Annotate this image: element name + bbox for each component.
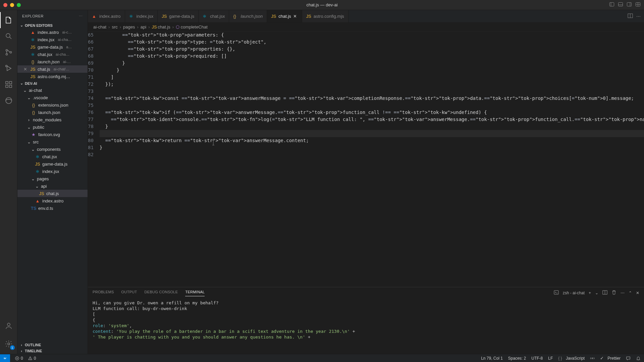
tree-item[interactable]: ⌄api [17, 182, 88, 190]
status-live-icon[interactable] [590, 356, 595, 361]
tree-item[interactable]: ⌄components [17, 145, 88, 153]
status-feedback-icon[interactable] [626, 356, 631, 361]
code-editor[interactable]: 656667686970717273747576777879808182 =="… [88, 32, 644, 287]
account-icon[interactable] [0, 318, 17, 334]
source-control-icon[interactable] [0, 44, 17, 60]
svg-point-32 [592, 358, 593, 359]
search-icon[interactable] [0, 28, 17, 44]
tree-item[interactable]: JSgame-data.js [17, 160, 88, 168]
editor-tab[interactable]: ⚛chat.jsx [199, 10, 229, 22]
breadcrumb-item[interactable]: ⬡ completeChat [176, 24, 208, 29]
svg-rect-4 [627, 3, 632, 6]
tab-terminal[interactable]: TERMINAL [185, 290, 205, 296]
tree-item[interactable]: ⌄public [17, 123, 88, 131]
tab-problems[interactable]: PROBLEMS [93, 290, 114, 296]
layout-grid-icon[interactable] [635, 2, 641, 8]
tree-item[interactable]: ⌄src [17, 138, 88, 145]
tab-debug-console[interactable]: DEBUG CONSOLE [145, 290, 178, 296]
terminal-shell-icon[interactable] [554, 290, 559, 296]
svg-rect-2 [619, 3, 623, 6]
minimize-window-button[interactable] [10, 3, 14, 7]
status-warnings[interactable]: 0 [28, 356, 36, 361]
remote-button[interactable] [0, 354, 10, 362]
breadcrumb-item[interactable]: JS chat.js [152, 24, 170, 29]
svg-rect-24 [554, 291, 558, 294]
terminal-shell-label[interactable]: zsh - ai-chat [563, 291, 585, 295]
svg-point-9 [6, 34, 10, 38]
svg-point-13 [10, 52, 11, 53]
editor-tab[interactable]: ▲index.astro [88, 10, 125, 22]
layout-left-icon[interactable] [609, 2, 614, 8]
status-bell-icon[interactable] [636, 356, 641, 361]
sidebar-more-icon[interactable]: ⋯ [79, 14, 83, 18]
svg-point-20 [7, 323, 10, 326]
tree-item[interactable]: {}extensions.json [17, 101, 88, 109]
open-editor-item[interactable]: ✕JSchat.jsai-chat/… [17, 65, 88, 73]
panel-more-icon[interactable]: ⋯ [621, 291, 625, 295]
open-editors-header[interactable]: ⌄ OPEN EDITORS [17, 22, 88, 28]
status-cursor[interactable]: Ln 79, Col 1 [481, 356, 503, 361]
open-editor-item[interactable]: ▲index.astroai-c… [17, 28, 88, 36]
svg-point-21 [8, 343, 10, 345]
breadcrumb-item[interactable]: pages [123, 24, 135, 29]
split-editor-icon[interactable] [628, 13, 633, 19]
breadcrumb-item[interactable]: ai-chat [93, 24, 106, 29]
tree-item[interactable]: ⚛chat.jsx [17, 153, 88, 160]
settings-icon[interactable]: 1 [0, 336, 17, 352]
svg-point-12 [6, 54, 7, 55]
maximize-window-button[interactable] [17, 3, 21, 7]
status-errors[interactable]: 0 [15, 356, 23, 361]
kill-terminal-icon[interactable] [611, 290, 616, 296]
tree-item[interactable]: ›node_modules [17, 116, 88, 123]
tree-item[interactable]: JSchat.js [17, 190, 88, 197]
bottom-panel: PROBLEMS OUTPUT DEBUG CONSOLE TERMINAL z… [88, 287, 644, 354]
open-editor-item[interactable]: ⚛index.jsxai-cha… [17, 36, 88, 43]
tree-item[interactable]: {}launch.json [17, 109, 88, 116]
breadcrumb-item[interactable]: src [112, 24, 117, 29]
settings-badge: 1 [10, 345, 15, 350]
status-eol[interactable]: LF [548, 356, 553, 361]
maximize-panel-icon[interactable]: ⌃ [629, 291, 632, 295]
terminal-output[interactable]: Hi, can you give Dr. owen a refill on my… [88, 299, 644, 354]
tree-item[interactable]: ★favicon.svg [17, 131, 88, 138]
status-prettier[interactable]: ✓ Prettier [600, 356, 621, 361]
editor-tab[interactable]: {}launch.json [229, 10, 267, 22]
open-editor-item[interactable]: ⚛chat.jsxai-cha… [17, 51, 88, 58]
open-editor-item[interactable]: {}launch.jsonai-… [17, 58, 88, 65]
editor-tab[interactable]: JSchat.js✕ [267, 10, 302, 22]
tree-item[interactable]: ▲index.astro [17, 197, 88, 204]
edge-icon[interactable] [0, 93, 17, 109]
tree-item[interactable]: ⌄ai-chat [17, 86, 88, 94]
status-encoding[interactable]: UTF-8 [531, 356, 543, 361]
terminal-dropdown-icon[interactable]: ⌄ [595, 291, 598, 295]
breadcrumbs[interactable]: ai-chat›src›pages›api›JS chat.js›⬡ compl… [88, 23, 644, 32]
tree-item[interactable]: ⚛index.jsx [17, 168, 88, 175]
tree-item[interactable]: TSenv.d.ts [17, 204, 88, 212]
outline-header[interactable]: › OUTLINE [17, 342, 88, 348]
close-panel-icon[interactable]: ✕ [636, 291, 639, 295]
close-window-button[interactable] [3, 3, 7, 7]
tab-more-icon[interactable]: ⋯ [636, 14, 641, 19]
status-lang[interactable]: { } JavaScript [558, 356, 585, 361]
open-editor-item[interactable]: JSgame-data.jsa… [17, 43, 88, 51]
explorer-icon[interactable] [0, 12, 17, 28]
timeline-header[interactable]: › TIMELINE [17, 348, 88, 354]
new-terminal-icon[interactable]: + [589, 291, 591, 295]
status-spaces[interactable]: Spaces: 2 [508, 356, 526, 361]
debug-icon[interactable] [0, 60, 17, 76]
breadcrumb-item[interactable]: api [141, 24, 146, 29]
layout-right-icon[interactable] [627, 2, 632, 8]
layout-bottom-icon[interactable] [618, 2, 623, 8]
tree-item[interactable]: ⌄pages [17, 175, 88, 182]
project-header[interactable]: ⌄ DEV-AI [17, 80, 88, 86]
editor-tab[interactable]: JSastro.config.mjs [302, 10, 348, 22]
split-terminal-icon[interactable] [602, 290, 607, 296]
extensions-icon[interactable] [0, 76, 17, 93]
editor-tab[interactable]: JSgame-data.js [158, 10, 199, 22]
editor-tab[interactable]: ⚛index.jsx [125, 10, 158, 22]
tab-output[interactable]: OUTPUT [121, 290, 137, 296]
open-editor-item[interactable]: JSastro.config.mj… [17, 73, 88, 80]
svg-rect-18 [9, 81, 12, 84]
tree-item[interactable]: ⌄.vscode [17, 94, 88, 101]
sidebar-title: EXPLORER [22, 14, 44, 18]
